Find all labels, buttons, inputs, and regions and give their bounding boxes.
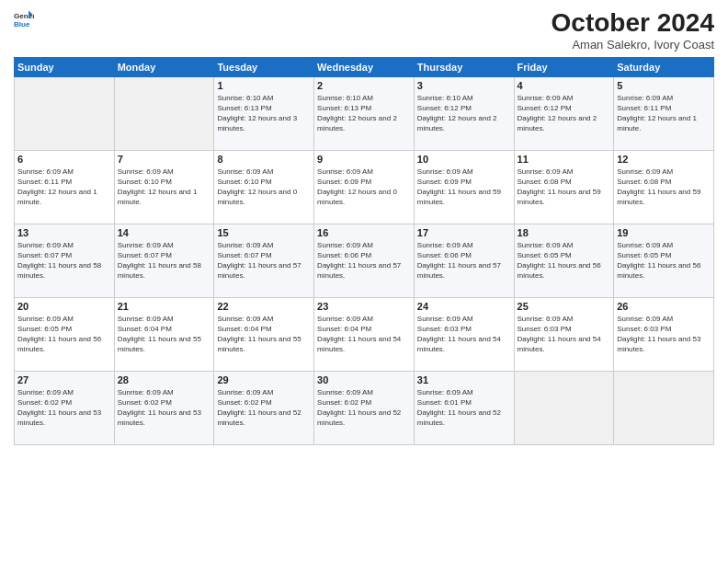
calendar-cell: 6Sunrise: 6:09 AM Sunset: 6:11 PM Daylig… bbox=[15, 150, 115, 224]
calendar-cell: 15Sunrise: 6:09 AM Sunset: 6:07 PM Dayli… bbox=[214, 224, 314, 297]
calendar-cell: 29Sunrise: 6:09 AM Sunset: 6:02 PM Dayli… bbox=[214, 371, 314, 444]
day-number: 24 bbox=[417, 301, 511, 312]
day-number: 15 bbox=[217, 227, 311, 238]
day-info: Sunrise: 6:09 AM Sunset: 6:07 PM Dayligh… bbox=[118, 240, 211, 282]
calendar-cell: 21Sunrise: 6:09 AM Sunset: 6:04 PM Dayli… bbox=[114, 297, 214, 371]
logo: General Blue bbox=[14, 9, 34, 29]
day-number: 22 bbox=[217, 301, 311, 312]
day-number: 12 bbox=[617, 154, 711, 165]
day-info: Sunrise: 6:09 AM Sunset: 6:05 PM Dayligh… bbox=[17, 314, 111, 355]
day-info: Sunrise: 6:09 AM Sunset: 6:06 PM Dayligh… bbox=[417, 240, 511, 282]
calendar-cell bbox=[614, 371, 714, 444]
title-block: October 2024 Aman Salekro, Ivory Coast bbox=[552, 9, 714, 52]
calendar-cell: 19Sunrise: 6:09 AM Sunset: 6:05 PM Dayli… bbox=[614, 224, 714, 297]
calendar-cell bbox=[114, 76, 214, 150]
week-row-3: 13Sunrise: 6:09 AM Sunset: 6:07 PM Dayli… bbox=[15, 224, 714, 297]
day-info: Sunrise: 6:09 AM Sunset: 6:11 PM Dayligh… bbox=[17, 167, 111, 208]
day-number: 19 bbox=[617, 227, 711, 238]
day-info: Sunrise: 6:09 AM Sunset: 6:03 PM Dayligh… bbox=[417, 314, 511, 355]
day-info: Sunrise: 6:09 AM Sunset: 6:02 PM Dayligh… bbox=[317, 387, 411, 429]
calendar-cell: 5Sunrise: 6:09 AM Sunset: 6:11 PM Daylig… bbox=[614, 76, 714, 150]
calendar-cell: 16Sunrise: 6:09 AM Sunset: 6:06 PM Dayli… bbox=[314, 224, 415, 297]
day-info: Sunrise: 6:09 AM Sunset: 6:05 PM Dayligh… bbox=[518, 240, 611, 282]
calendar-cell: 22Sunrise: 6:09 AM Sunset: 6:04 PM Dayli… bbox=[214, 297, 314, 371]
calendar-cell: 27Sunrise: 6:09 AM Sunset: 6:02 PM Dayli… bbox=[15, 371, 115, 444]
week-row-2: 6Sunrise: 6:09 AM Sunset: 6:11 PM Daylig… bbox=[15, 150, 714, 224]
day-info: Sunrise: 6:09 AM Sunset: 6:04 PM Dayligh… bbox=[118, 314, 211, 355]
day-info: Sunrise: 6:09 AM Sunset: 6:02 PM Dayligh… bbox=[217, 387, 311, 429]
day-number: 28 bbox=[118, 374, 211, 385]
calendar-cell: 4Sunrise: 6:09 AM Sunset: 6:12 PM Daylig… bbox=[514, 76, 614, 150]
day-number: 16 bbox=[317, 227, 411, 238]
day-number: 21 bbox=[118, 301, 211, 312]
calendar-cell: 23Sunrise: 6:09 AM Sunset: 6:04 PM Dayli… bbox=[314, 297, 415, 371]
col-header-tuesday: Tuesday bbox=[214, 57, 314, 76]
logo-icon: General Blue bbox=[14, 9, 34, 29]
day-number: 4 bbox=[518, 80, 611, 91]
calendar-cell: 9Sunrise: 6:09 AM Sunset: 6:09 PM Daylig… bbox=[314, 150, 415, 224]
day-info: Sunrise: 6:09 AM Sunset: 6:01 PM Dayligh… bbox=[417, 387, 511, 429]
day-number: 31 bbox=[417, 374, 511, 385]
calendar-cell: 11Sunrise: 6:09 AM Sunset: 6:08 PM Dayli… bbox=[514, 150, 614, 224]
day-info: Sunrise: 6:09 AM Sunset: 6:06 PM Dayligh… bbox=[317, 240, 411, 282]
day-info: Sunrise: 6:09 AM Sunset: 6:12 PM Dayligh… bbox=[518, 93, 611, 134]
day-number: 18 bbox=[518, 227, 611, 238]
day-number: 25 bbox=[518, 301, 611, 312]
day-number: 11 bbox=[518, 154, 611, 165]
calendar-cell: 2Sunrise: 6:10 AM Sunset: 6:13 PM Daylig… bbox=[314, 76, 415, 150]
day-info: Sunrise: 6:09 AM Sunset: 6:05 PM Dayligh… bbox=[617, 240, 711, 282]
col-header-friday: Friday bbox=[514, 57, 614, 76]
col-header-thursday: Thursday bbox=[414, 57, 514, 76]
calendar-cell: 10Sunrise: 6:09 AM Sunset: 6:09 PM Dayli… bbox=[414, 150, 514, 224]
calendar-cell: 14Sunrise: 6:09 AM Sunset: 6:07 PM Dayli… bbox=[114, 224, 214, 297]
day-number: 10 bbox=[417, 154, 511, 165]
day-info: Sunrise: 6:09 AM Sunset: 6:10 PM Dayligh… bbox=[118, 167, 211, 208]
day-number: 29 bbox=[217, 374, 311, 385]
calendar-cell: 1Sunrise: 6:10 AM Sunset: 6:13 PM Daylig… bbox=[214, 76, 314, 150]
calendar-cell: 31Sunrise: 6:09 AM Sunset: 6:01 PM Dayli… bbox=[414, 371, 514, 444]
day-number: 23 bbox=[317, 301, 411, 312]
calendar-cell: 13Sunrise: 6:09 AM Sunset: 6:07 PM Dayli… bbox=[15, 224, 115, 297]
day-number: 2 bbox=[317, 80, 411, 91]
day-number: 6 bbox=[17, 154, 111, 165]
day-info: Sunrise: 6:10 AM Sunset: 6:12 PM Dayligh… bbox=[417, 93, 511, 134]
day-info: Sunrise: 6:09 AM Sunset: 6:03 PM Dayligh… bbox=[617, 314, 711, 355]
day-info: Sunrise: 6:09 AM Sunset: 6:07 PM Dayligh… bbox=[217, 240, 311, 282]
calendar-table: SundayMondayTuesdayWednesdayThursdayFrid… bbox=[14, 57, 714, 445]
header: General Blue October 2024 Aman Salekro, … bbox=[14, 9, 714, 52]
calendar-cell bbox=[15, 76, 115, 150]
day-info: Sunrise: 6:09 AM Sunset: 6:03 PM Dayligh… bbox=[518, 314, 611, 355]
day-number: 8 bbox=[217, 154, 311, 165]
header-row: SundayMondayTuesdayWednesdayThursdayFrid… bbox=[15, 57, 714, 76]
day-number: 1 bbox=[217, 80, 311, 91]
day-info: Sunrise: 6:09 AM Sunset: 6:10 PM Dayligh… bbox=[217, 167, 311, 208]
calendar-cell: 28Sunrise: 6:09 AM Sunset: 6:02 PM Dayli… bbox=[114, 371, 214, 444]
calendar-subtitle: Aman Salekro, Ivory Coast bbox=[552, 38, 714, 52]
day-number: 17 bbox=[417, 227, 511, 238]
day-info: Sunrise: 6:10 AM Sunset: 6:13 PM Dayligh… bbox=[217, 93, 311, 134]
col-header-monday: Monday bbox=[114, 57, 214, 76]
calendar-cell: 17Sunrise: 6:09 AM Sunset: 6:06 PM Dayli… bbox=[414, 224, 514, 297]
week-row-1: 1Sunrise: 6:10 AM Sunset: 6:13 PM Daylig… bbox=[15, 76, 714, 150]
svg-text:Blue: Blue bbox=[14, 20, 30, 29]
week-row-5: 27Sunrise: 6:09 AM Sunset: 6:02 PM Dayli… bbox=[15, 371, 714, 444]
day-number: 14 bbox=[118, 227, 211, 238]
calendar-cell bbox=[514, 371, 614, 444]
day-number: 5 bbox=[617, 80, 711, 91]
day-info: Sunrise: 6:09 AM Sunset: 6:11 PM Dayligh… bbox=[617, 93, 711, 134]
col-header-saturday: Saturday bbox=[614, 57, 714, 76]
calendar-cell: 30Sunrise: 6:09 AM Sunset: 6:02 PM Dayli… bbox=[314, 371, 415, 444]
calendar-cell: 18Sunrise: 6:09 AM Sunset: 6:05 PM Dayli… bbox=[514, 224, 614, 297]
day-info: Sunrise: 6:09 AM Sunset: 6:08 PM Dayligh… bbox=[518, 167, 611, 208]
calendar-cell: 26Sunrise: 6:09 AM Sunset: 6:03 PM Dayli… bbox=[614, 297, 714, 371]
calendar-cell: 25Sunrise: 6:09 AM Sunset: 6:03 PM Dayli… bbox=[514, 297, 614, 371]
day-info: Sunrise: 6:09 AM Sunset: 6:09 PM Dayligh… bbox=[317, 167, 411, 208]
calendar-cell: 8Sunrise: 6:09 AM Sunset: 6:10 PM Daylig… bbox=[214, 150, 314, 224]
day-number: 26 bbox=[617, 301, 711, 312]
calendar-cell: 24Sunrise: 6:09 AM Sunset: 6:03 PM Dayli… bbox=[414, 297, 514, 371]
col-header-wednesday: Wednesday bbox=[314, 57, 415, 76]
day-info: Sunrise: 6:10 AM Sunset: 6:13 PM Dayligh… bbox=[317, 93, 411, 134]
day-number: 13 bbox=[17, 227, 111, 238]
day-number: 7 bbox=[118, 154, 211, 165]
day-info: Sunrise: 6:09 AM Sunset: 6:08 PM Dayligh… bbox=[617, 167, 711, 208]
